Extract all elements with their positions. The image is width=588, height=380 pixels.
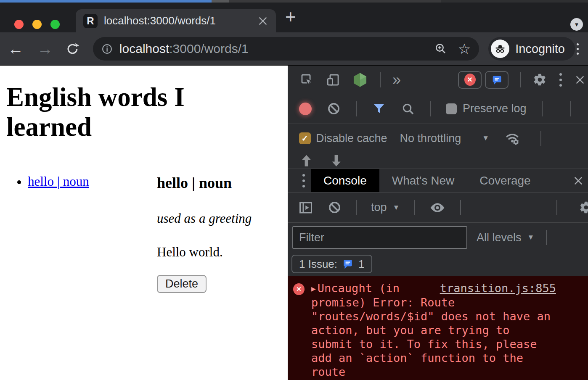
console-filter-input[interactable] (292, 226, 467, 249)
console-sidebar-toggle-icon[interactable] (298, 200, 313, 215)
delete-button[interactable]: Delete (157, 275, 207, 293)
reload-button[interactable] (66, 42, 79, 56)
new-tab-button[interactable]: + (285, 8, 296, 26)
network-conditions-row: ✓ Disable cache No throttling ▼ (288, 124, 588, 153)
log-levels-select[interactable]: All levels ▼ (477, 231, 534, 244)
word-detail: hello | noun used as a greeting Hello wo… (157, 174, 252, 293)
chevron-down-icon: ▼ (393, 203, 400, 212)
record-network-log-button[interactable] (299, 103, 312, 115)
live-expression-eye-icon[interactable] (429, 199, 446, 216)
disable-cache-checkbox[interactable]: ✓ (299, 132, 311, 144)
window-close-button[interactable] (14, 20, 24, 29)
tab-whats-new[interactable]: What's New (379, 169, 467, 192)
error-count-button[interactable]: ✕ (458, 71, 482, 89)
error-source-link[interactable]: transition.js:855 (440, 281, 556, 295)
incognito-icon (491, 40, 509, 58)
bookmark-star-icon[interactable]: ☆ (458, 40, 471, 57)
settings-gear-icon[interactable] (533, 73, 547, 87)
divider (356, 200, 357, 215)
console-error-entry[interactable]: ✕ transition.js:855 ▶Uncaught (in promis… (288, 276, 588, 380)
throttling-select[interactable]: No throttling (400, 132, 461, 145)
console-context-select[interactable]: top ▼ (371, 201, 400, 214)
node-devtools-icon[interactable] (352, 72, 368, 88)
expand-triangle-icon[interactable]: ▶ (311, 282, 316, 296)
console-context-value: top (371, 201, 387, 214)
clear-network-icon[interactable] (327, 102, 341, 116)
throttling-dropdown-icon[interactable]: ▼ (482, 134, 489, 142)
divider (520, 72, 521, 87)
check-icon: ✓ (302, 133, 309, 143)
issues-counter-button[interactable]: 1 Issue: 1 (291, 255, 372, 273)
site-info-icon[interactable] (101, 43, 113, 55)
tab-title: localhost:3000/words/1 (104, 14, 257, 27)
console-settings-gear-icon[interactable] (579, 201, 588, 214)
drawer-tab-bar: Console What's New Coverage (288, 169, 588, 193)
error-message-text: Uncaught (in promise) Error: Route "rout… (311, 282, 551, 378)
status-badges: ✕ (458, 71, 509, 89)
device-toolbar-icon[interactable] (326, 73, 340, 87)
chevron-down-icon: ▼ (574, 21, 580, 28)
disable-cache-label[interactable]: Disable cache (316, 132, 387, 145)
devtools-menu-icon[interactable] (559, 71, 563, 88)
window-zoom-button[interactable] (50, 20, 60, 29)
console-toolbar: top ▼ (288, 193, 588, 223)
error-badge-icon: ✕ (464, 74, 476, 86)
preserve-log-checkbox[interactable] (446, 103, 457, 114)
browser-tab[interactable]: R localhost:3000/words/1 (76, 9, 276, 32)
issues-chat-icon (342, 259, 353, 269)
window-controls (14, 20, 60, 29)
word-layout: hello | noun hello | noun used as a gree… (0, 174, 288, 293)
error-icon: ✕ (293, 283, 305, 295)
network-search-icon[interactable] (401, 102, 415, 116)
tab-console[interactable]: Console (311, 169, 379, 192)
url-text: localhost:3000/words/1 (119, 42, 434, 56)
divider (380, 72, 381, 87)
forward-button[interactable]: → (37, 41, 53, 57)
tab-close-icon[interactable] (257, 16, 268, 26)
browser-window: R localhost:3000/words/1 + ▼ ← → (0, 3, 588, 380)
divider (542, 101, 543, 116)
screen: R localhost:3000/words/1 + ▼ ← → (0, 0, 588, 380)
page-title: English words I learned (6, 82, 233, 142)
more-panels-icon[interactable]: » (392, 72, 401, 87)
export-har-down-arrow-icon[interactable] (331, 153, 342, 167)
divider (356, 101, 357, 116)
drawer-close-icon[interactable] (573, 175, 584, 186)
import-har-up-arrow-icon[interactable] (301, 153, 312, 167)
issues-label: 1 Issue: (299, 258, 337, 271)
tab-search-button[interactable]: ▼ (570, 18, 583, 31)
clear-console-icon[interactable] (328, 201, 342, 214)
url-host: localhost (119, 42, 169, 55)
network-toolbar: Preserve log (288, 94, 588, 124)
log-levels-value: All levels (477, 231, 522, 244)
favicon-letter: R (87, 15, 94, 27)
zoom-icon[interactable] (434, 42, 447, 55)
devtools-main-toolbar: » ✕ (288, 66, 588, 94)
window-minimize-button[interactable] (32, 20, 42, 29)
filter-funnel-icon[interactable] (372, 102, 386, 116)
word-term: hello | noun (157, 174, 252, 192)
devtools-close-icon[interactable] (575, 74, 585, 85)
issues-chat-icon (491, 74, 503, 86)
issues-row: 1 Issue: 1 (288, 252, 588, 276)
word-link[interactable]: hello | noun (28, 174, 89, 189)
tab-coverage[interactable]: Coverage (467, 169, 543, 192)
content-area: English words I learned hello | noun hel… (0, 65, 588, 380)
tab-strip: R localhost:3000/words/1 + ▼ (0, 3, 588, 32)
divider (556, 200, 557, 215)
word-example: Hello world. (157, 245, 252, 260)
drawer-menu-icon[interactable] (298, 172, 309, 189)
error-message-block: transition.js:855 ▶Uncaught (in promise)… (311, 281, 556, 379)
issues-button[interactable] (485, 71, 509, 89)
divider (570, 101, 571, 116)
url-path: :3000/words/1 (169, 42, 248, 55)
preserve-log-label[interactable]: Preserve log (463, 102, 527, 115)
back-button[interactable]: ← (8, 41, 24, 57)
inspect-element-icon[interactable] (300, 73, 314, 87)
network-conditions-icon[interactable] (504, 130, 520, 146)
word-list: hello | noun (0, 174, 126, 293)
browser-menu-button[interactable] (575, 42, 580, 56)
issues-count: 1 (358, 258, 364, 271)
divider (540, 131, 541, 146)
url-bar[interactable]: localhost:3000/words/1 ☆ (93, 37, 479, 61)
